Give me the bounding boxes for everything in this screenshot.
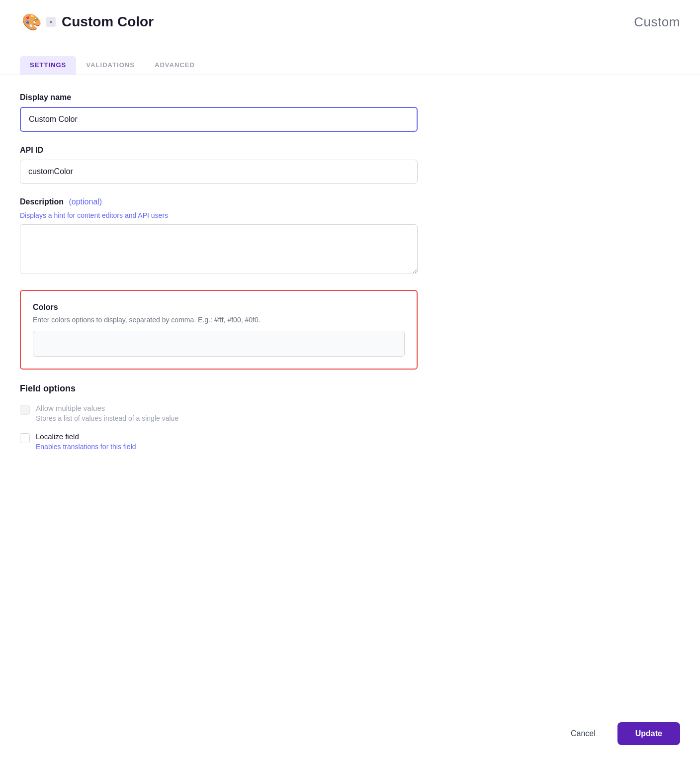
footer: Cancel Update — [0, 710, 700, 757]
field-options-group: Field options Allow multiple values Stor… — [20, 383, 418, 451]
header-badge: Custom — [634, 14, 680, 30]
allow-multiple-label: Allow multiple values — [36, 404, 178, 412]
app-icon-wrapper: 🎨 ▾ — [20, 10, 56, 34]
colors-section: Colors Enter colors options to display, … — [20, 290, 418, 370]
display-name-input[interactable] — [20, 107, 418, 132]
api-id-input[interactable] — [20, 160, 418, 184]
allow-multiple-option: Allow multiple values Stores a list of v… — [20, 404, 418, 422]
display-name-group: Display name — [20, 93, 418, 132]
tab-advanced[interactable]: ADVANCED — [145, 56, 205, 75]
update-button[interactable]: Update — [617, 722, 680, 745]
tab-settings[interactable]: SETTINGS — [20, 56, 76, 75]
allow-multiple-description: Stores a list of values instead of a sin… — [36, 414, 178, 422]
description-textarea[interactable] — [20, 224, 418, 274]
localize-description: Enables translations for this field — [36, 443, 136, 451]
localize-option: Localize field Enables translations for … — [20, 432, 418, 451]
field-options-title: Field options — [20, 383, 418, 394]
header-left: 🎨 ▾ Custom Color — [20, 10, 154, 34]
colors-title: Colors — [33, 303, 405, 312]
main-content: Display name API ID Description (optiona… — [0, 75, 700, 482]
api-id-label: API ID — [20, 146, 418, 155]
allow-multiple-text: Allow multiple values Stores a list of v… — [36, 404, 178, 422]
colors-hint: Enter colors options to display, separat… — [33, 316, 405, 324]
page-title: Custom Color — [62, 14, 154, 30]
tabs-nav: SETTINGS VALIDATIONS ADVANCED — [0, 44, 700, 75]
optional-badge: (optional) — [69, 197, 102, 206]
tab-validations[interactable]: VALIDATIONS — [76, 56, 145, 75]
app-icon: 🎨 — [20, 10, 44, 34]
description-hint: Displays a hint for content editors and … — [20, 211, 418, 219]
allow-multiple-checkbox[interactable] — [20, 405, 30, 415]
form-section: Display name API ID Description (optiona… — [20, 93, 418, 451]
header: 🎨 ▾ Custom Color Custom — [0, 0, 700, 44]
chevron-down-icon[interactable]: ▾ — [46, 17, 56, 27]
display-name-label: Display name — [20, 93, 418, 102]
description-group: Description (optional) Displays a hint f… — [20, 197, 418, 276]
description-label: Description (optional) — [20, 197, 418, 206]
localize-label: Localize field — [36, 432, 136, 441]
colors-input[interactable] — [33, 331, 405, 357]
api-id-group: API ID — [20, 146, 418, 184]
localize-checkbox[interactable] — [20, 433, 30, 443]
cancel-button[interactable]: Cancel — [557, 722, 610, 745]
localize-text: Localize field Enables translations for … — [36, 432, 136, 451]
